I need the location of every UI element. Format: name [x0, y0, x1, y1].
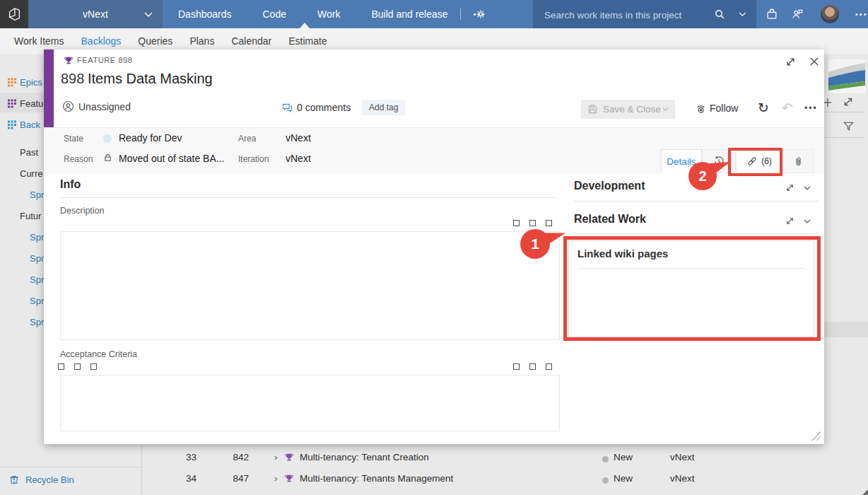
topbar-divider — [460, 8, 461, 20]
backlog-items-grid-icon — [7, 120, 17, 129]
row-title[interactable]: Multi-tenancy: Tenant Creation — [300, 447, 429, 468]
marketplace-bag-icon[interactable] — [766, 8, 778, 21]
editor-tool-icon[interactable] — [529, 363, 536, 370]
save-dropdown-chevron-icon[interactable] — [662, 107, 669, 112]
acceptance-criteria-label: Acceptance Criteria — [60, 349, 137, 359]
section-divider — [574, 233, 819, 234]
rail-divider — [824, 112, 865, 112]
row-title[interactable]: Multi-tenancy: Tenants Management — [300, 468, 453, 489]
gear-icon[interactable] — [475, 8, 486, 20]
row-expand-icon[interactable]: › — [274, 468, 278, 489]
window-resize-corner — [862, 489, 868, 495]
vsts-logo-icon — [6, 6, 22, 22]
acceptance-criteria-editor[interactable] — [60, 375, 560, 431]
section-divider — [60, 197, 558, 198]
comments-count[interactable]: 0 comments — [297, 102, 351, 113]
state-value[interactable]: Ready for Dev — [119, 132, 182, 144]
topbar-more-button[interactable]: ••• — [850, 0, 868, 28]
nav-dashboards[interactable]: Dashboards — [163, 0, 247, 28]
editor-tool-icon[interactable] — [529, 220, 536, 226]
reason-label: Reason — [64, 154, 93, 164]
editor-tool-icon[interactable] — [58, 363, 64, 370]
editor-tool-icon[interactable] — [90, 363, 97, 370]
description-editor[interactable] — [60, 231, 560, 340]
search-scope-chevron-icon[interactable] — [739, 12, 746, 17]
sidebar-item-label: Back — [20, 120, 40, 130]
dialog-expand-icon[interactable] — [785, 57, 796, 67]
nav-work[interactable]: Work — [302, 0, 356, 28]
row-iteration: vNext — [670, 468, 695, 489]
search-input[interactable] — [543, 0, 712, 30]
assigned-to-field[interactable]: Unassigned — [78, 101, 131, 112]
annotation-balloon-2: 2 — [688, 162, 717, 190]
project-selector[interactable]: vNext — [28, 0, 163, 28]
assigned-to-avatar-icon — [62, 100, 74, 112]
sidebar-group-label: Past — [20, 147, 38, 158]
nav-code[interactable]: Code — [247, 0, 302, 28]
iteration-value[interactable]: vNext — [286, 153, 311, 164]
editor-tool-icon[interactable] — [513, 363, 520, 370]
description-label: Description — [60, 206, 105, 216]
feature-trophy-icon — [284, 474, 294, 484]
dialog-close-icon[interactable] — [809, 57, 819, 66]
top-bar: vNext Dashboards Code Work Build and rel… — [0, 0, 868, 28]
development-section-title: Development — [574, 180, 645, 192]
expand-board-icon[interactable] — [843, 96, 854, 107]
editor-tool-icon[interactable] — [513, 220, 520, 226]
area-label: Area — [238, 134, 256, 144]
refresh-icon[interactable]: ↻ — [758, 101, 769, 115]
related-work-chevron-icon[interactable] — [804, 219, 811, 223]
state-dot — [602, 477, 609, 484]
state-dot — [602, 456, 609, 462]
area-value[interactable]: vNext — [286, 132, 311, 144]
editor-tool-icon[interactable] — [546, 363, 552, 370]
development-expand-icon[interactable] — [785, 183, 794, 192]
reason-value: Moved out of state BA... — [119, 153, 242, 164]
sidebar-sprint-label: Spr — [30, 253, 44, 264]
sidebar-sprint-label: Spr — [30, 274, 44, 285]
editor-tool-icon[interactable] — [546, 220, 552, 226]
development-chevron-icon[interactable] — [804, 186, 811, 190]
dialog-resize-grip[interactable] — [811, 431, 821, 441]
user-avatar[interactable] — [821, 5, 839, 23]
row-state: New — [614, 468, 633, 489]
cumulative-flow-chart-thumbnail[interactable] — [828, 59, 865, 93]
nav-build-release[interactable]: Build and release — [356, 0, 463, 28]
section-divider — [574, 201, 819, 202]
row-order: 34 — [177, 468, 197, 489]
state-color-dot — [103, 134, 112, 143]
follow-button[interactable]: Follow — [710, 103, 738, 114]
undo-icon[interactable]: ↶ — [782, 101, 793, 115]
table-row[interactable]: 34 847 › Multi-tenancy: Tenants Manageme… — [0, 468, 868, 489]
comments-icon — [281, 102, 293, 114]
tab-attachments[interactable] — [782, 149, 814, 173]
annotation-step-number: 1 — [531, 235, 539, 252]
feedback-icon[interactable] — [791, 8, 804, 21]
work-item-title[interactable]: Items Data Masking — [88, 71, 213, 87]
lock-icon — [103, 153, 112, 162]
search-icon[interactable] — [714, 8, 725, 20]
row-expand-icon[interactable]: › — [274, 447, 278, 468]
table-row[interactable]: 33 842 › Multi-tenancy: Tenant Creation … — [0, 447, 868, 468]
vsts-logo[interactable] — [0, 0, 28, 28]
annotation-step-number: 2 — [698, 168, 706, 185]
sidebar-item-label: Epics — [20, 77, 42, 88]
features-grid-icon — [7, 98, 17, 108]
filter-icon[interactable] — [843, 120, 855, 132]
row-id: 842 — [225, 447, 249, 468]
search-box — [533, 0, 756, 28]
iteration-label: Iteration — [238, 154, 269, 164]
paperclip-icon — [793, 156, 804, 167]
editor-tool-icon[interactable] — [74, 363, 81, 370]
save-icon — [587, 104, 598, 115]
related-work-expand-icon[interactable] — [785, 216, 794, 226]
work-item-more-button[interactable]: ••• — [804, 103, 818, 113]
feature-trophy-icon — [64, 56, 74, 66]
save-close-button[interactable]: Save & Close — [581, 100, 675, 119]
add-tag-button[interactable]: Add tag — [362, 100, 405, 115]
table-header-band — [824, 322, 868, 337]
row-iteration: vNext — [670, 447, 695, 468]
related-work-section-title: Related Work — [574, 213, 646, 226]
sidebar-sprint-label: Spr — [30, 232, 44, 243]
project-name: vNext — [83, 8, 108, 20]
